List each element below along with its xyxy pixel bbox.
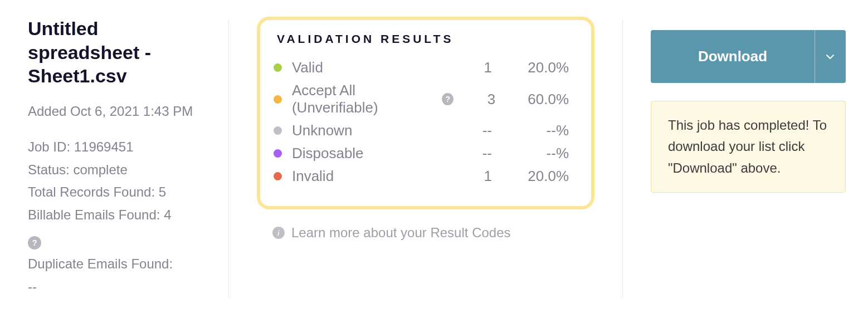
results-title: VALIDATION RESULTS bbox=[277, 32, 569, 46]
result-row-unknown: Unknown -- --% bbox=[274, 122, 569, 139]
divider bbox=[622, 19, 623, 298]
validation-results-card: VALIDATION RESULTS Valid 1 20.0% Accept … bbox=[257, 17, 594, 209]
result-count: -- bbox=[459, 145, 492, 162]
chevron-down-icon bbox=[825, 51, 836, 62]
result-row-invalid: Invalid 1 20.0% bbox=[274, 168, 569, 185]
meta-total-records: Total Records Found5 bbox=[28, 181, 201, 204]
result-row-accept-all: Accept All (Unverifiable) ? 3 60.0% bbox=[274, 82, 569, 116]
meta-status: Statuscomplete bbox=[28, 159, 201, 182]
download-button[interactable]: Download bbox=[651, 30, 815, 83]
learn-more-link[interactable]: i Learn more about your Result Codes bbox=[272, 225, 594, 241]
actions-panel: Download This job has completed! To down… bbox=[651, 17, 846, 193]
result-count: 1 bbox=[459, 59, 492, 76]
dot-icon bbox=[274, 63, 282, 72]
result-label: Disposable bbox=[292, 145, 448, 162]
dot-icon bbox=[274, 95, 282, 104]
job-meta-panel: Untitled spreadsheet - Sheet1.csv Added … bbox=[28, 17, 201, 298]
download-caret-button[interactable] bbox=[815, 30, 846, 83]
divider bbox=[228, 19, 229, 298]
meta-job-id: Job ID11969451 bbox=[28, 136, 201, 159]
result-percent: --% bbox=[502, 145, 569, 162]
meta-duplicate-emails: Duplicate Emails Found -- bbox=[28, 253, 201, 298]
completion-notice: This job has completed! To download your… bbox=[651, 101, 846, 193]
job-title: Untitled spreadsheet - Sheet1.csv bbox=[28, 17, 201, 88]
result-row-disposable: Disposable -- --% bbox=[274, 145, 569, 162]
result-label: Unknown bbox=[292, 122, 448, 139]
help-icon[interactable]: ? bbox=[442, 93, 453, 105]
result-percent: 60.0% bbox=[505, 91, 569, 108]
result-count: 3 bbox=[464, 91, 495, 108]
result-percent: --% bbox=[502, 122, 569, 139]
dot-icon bbox=[274, 172, 282, 180]
result-label: Accept All (Unverifiable) ? bbox=[292, 82, 453, 116]
result-percent: 20.0% bbox=[502, 59, 569, 76]
dot-icon bbox=[274, 126, 282, 135]
result-count: 1 bbox=[459, 168, 492, 185]
result-label: Invalid bbox=[292, 168, 448, 185]
help-icon[interactable]: ? bbox=[28, 236, 41, 249]
download-button-group: Download bbox=[651, 30, 846, 83]
meta-billable-emails: Billable Emails Found4 ? bbox=[28, 204, 201, 253]
result-percent: 20.0% bbox=[502, 168, 569, 185]
info-icon: i bbox=[272, 227, 285, 239]
added-timestamp: Added Oct 6, 2021 1:43 PM bbox=[28, 102, 201, 120]
result-label: Valid bbox=[292, 59, 448, 76]
result-count: -- bbox=[459, 122, 492, 139]
results-panel: VALIDATION RESULTS Valid 1 20.0% Accept … bbox=[257, 17, 594, 241]
result-row-valid: Valid 1 20.0% bbox=[274, 59, 569, 76]
dot-icon bbox=[274, 149, 282, 158]
